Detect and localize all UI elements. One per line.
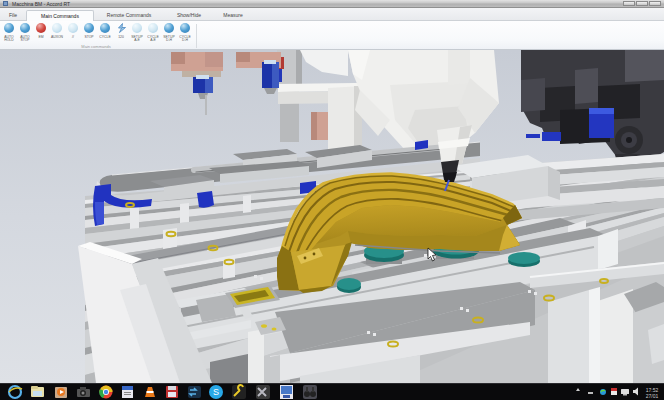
svg-text:S: S xyxy=(213,387,219,397)
svg-text:27/01: 27/01 xyxy=(646,393,659,399)
